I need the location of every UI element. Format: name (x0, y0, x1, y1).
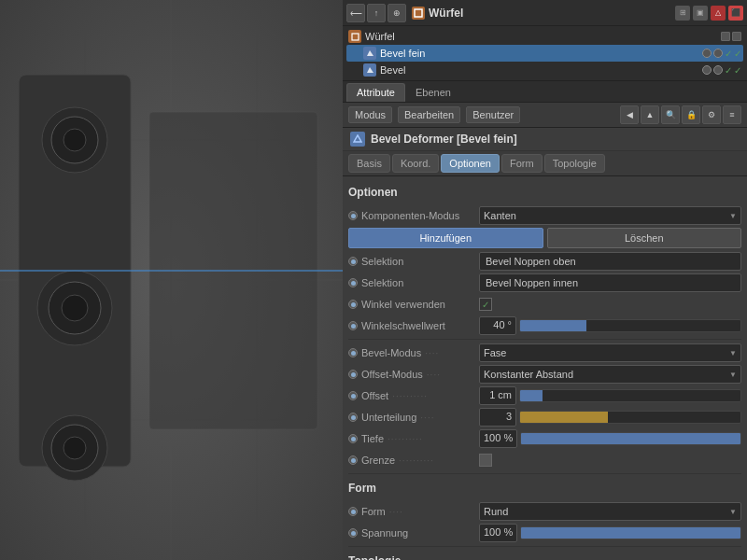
chevron-down-icon: ▼ (729, 212, 737, 220)
object-name: Würfel (429, 7, 463, 20)
prop-bevel-modus: Bevel-Modus ···· Fase ▼ (348, 343, 741, 362)
radio-spannung[interactable] (348, 528, 358, 538)
label-grenze: Grenze (361, 455, 395, 466)
dropdown-bevel-modus[interactable]: Fase ▼ (479, 343, 741, 362)
winkelschwellwert-slider[interactable] (519, 319, 741, 332)
top-bar-icons: ⟵ ↑ ⊕ (346, 4, 406, 22)
svg-point-15 (63, 437, 86, 459)
bevel-fein-icon (363, 47, 376, 60)
divider1 (348, 339, 741, 340)
prop-spannung: Spannung 100 % (348, 524, 741, 542)
toolbar: Modus Bearbeiten Benutzer ◀ ▲ 🔍 🔒 ⚙ ≡ (343, 103, 747, 128)
tree-item-bevel[interactable]: Bevel ✓ ✓ (346, 62, 743, 78)
radio-form[interactable] (348, 507, 358, 516)
radio-bevel-modus[interactable] (348, 348, 358, 357)
more-icon[interactable]: ≡ (723, 105, 741, 124)
tree-item-wuerfel[interactable]: Würfel (346, 28, 743, 45)
dot2 (713, 49, 723, 58)
checkbox-grenze[interactable] (479, 454, 492, 467)
spannung-fill (521, 527, 740, 539)
prop-winkelschwellwert: Winkelschwellwert 40 ° (348, 316, 741, 335)
radio-unterteilung[interactable] (348, 413, 358, 422)
sub-tabs: Basis Koord. Optionen Form Topologie (343, 151, 747, 176)
tiefe-value[interactable]: 100 % (479, 429, 517, 448)
check4: ✓ (734, 65, 741, 76)
deformer-title-bar: Bevel Deformer [Bevel fein] (343, 128, 747, 151)
object-tree: Würfel Bevel fein ✓ ✓ (343, 26, 747, 81)
sub-tab-form[interactable]: Form (501, 154, 543, 173)
spannung-slider[interactable] (520, 526, 741, 539)
checkbox-winkel[interactable]: ✓ (479, 298, 492, 311)
dropdown-form[interactable]: Rund ▼ (479, 502, 741, 521)
nav-icon-2[interactable]: ↑ (367, 4, 386, 22)
selektion1-value[interactable]: Bevel Noppen oben (479, 252, 741, 271)
radio-grenze[interactable] (348, 455, 358, 465)
radio-selektion1[interactable] (348, 257, 358, 266)
tree-label-bevel: Bevel (380, 64, 406, 76)
stop-icon[interactable]: ⬛ (728, 6, 743, 21)
winkelschwellwert-fill (520, 320, 586, 331)
tree-item-bevel-fein[interactable]: Bevel fein ✓ ✓ (346, 45, 743, 62)
label-winkel: Winkel verwenden (361, 299, 445, 310)
prop-grenze: Grenze ·········· (348, 451, 741, 469)
dropdown-komponenten[interactable]: Kanten ▼ (479, 206, 741, 225)
lock-icon[interactable]: 🔒 (682, 105, 700, 124)
sub-tab-basis[interactable]: Basis (348, 154, 390, 173)
radio-tiefe[interactable] (348, 434, 358, 443)
btn-loeschen[interactable]: Löschen (547, 228, 742, 248)
check2: ✓ (734, 49, 741, 59)
toolbar-arrows: ◀ ▲ 🔍 🔒 ⚙ ≡ (620, 105, 741, 124)
mesh-icon (348, 30, 361, 43)
offset-slider[interactable] (519, 389, 741, 402)
section-optionen: Optionen (348, 182, 741, 203)
arrow-left-icon[interactable]: ◀ (620, 105, 639, 124)
checkerboard-icon[interactable]: ▣ (693, 6, 708, 21)
search-icon[interactable]: 🔍 (661, 105, 680, 124)
nav-icon[interactable]: ⟵ (346, 4, 365, 22)
winkelschwellwert-value[interactable]: 40 ° (479, 316, 516, 335)
tab-attribute[interactable]: Attribute (346, 83, 405, 102)
label-selektion2: Selektion (361, 277, 403, 288)
radio-winkelschwellwert[interactable] (348, 321, 358, 330)
radio-offset[interactable] (348, 391, 358, 400)
label-form: Form (361, 506, 386, 517)
prop-winkel-verwenden: Winkel verwenden ✓ (348, 295, 741, 314)
toolbar-benutzer[interactable]: Benutzer (466, 106, 520, 123)
sub-tab-koord[interactable]: Koord. (392, 154, 439, 173)
tab-ebenen[interactable]: Ebenen (405, 83, 461, 102)
offset-fill (520, 390, 543, 401)
toolbar-modus[interactable]: Modus (348, 106, 392, 123)
spannung-value[interactable]: 100 % (479, 524, 517, 542)
viewport-canvas (0, 0, 343, 560)
toolbar-bearbeiten[interactable]: Bearbeiten (398, 106, 460, 123)
lock-icon (732, 32, 741, 41)
dot1 (702, 49, 712, 58)
sub-tab-topologie[interactable]: Topologie (544, 154, 605, 173)
main-tabs: Attribute Ebenen (343, 81, 747, 103)
radio-offset-modus[interactable] (348, 370, 358, 379)
label-winkelschwellwert: Winkelschwellwert (361, 320, 445, 331)
offset-value[interactable]: 1 cm (479, 386, 516, 405)
tree-label-bevel-fein: Bevel fein (380, 48, 425, 59)
tiefe-slider[interactable] (520, 432, 741, 445)
radio-selektion2[interactable] (348, 278, 358, 287)
unterteilung-value[interactable]: 3 (479, 408, 516, 427)
radio-komponenten[interactable] (348, 211, 358, 220)
dot4 (713, 65, 723, 75)
action-buttons: Hinzufügen Löschen (348, 228, 741, 248)
selektion2-value[interactable]: Bevel Noppen innen (479, 273, 741, 292)
grid-icon[interactable]: ⊞ (675, 6, 690, 21)
sub-tab-optionen[interactable]: Optionen (441, 154, 500, 173)
settings-icon[interactable]: ⚙ (702, 105, 721, 124)
label-spannung: Spannung (361, 527, 408, 539)
radio-winkel[interactable] (348, 300, 358, 309)
arrow-up-icon[interactable]: ▲ (641, 105, 659, 124)
btn-hinzufuegen[interactable]: Hinzufügen (348, 228, 543, 248)
top-bar: ⟵ ↑ ⊕ Würfel ⊞ ▣ △ ⬛ (343, 0, 747, 26)
label-komponenten: Komponenten-Modus (361, 210, 459, 221)
unterteilung-slider[interactable] (519, 411, 741, 424)
svg-rect-19 (352, 34, 359, 40)
nav-icon-3[interactable]: ⊕ (388, 4, 406, 22)
warning-icon[interactable]: △ (711, 6, 726, 21)
dropdown-offset-modus[interactable]: Konstanter Abstand ▼ (479, 365, 741, 384)
